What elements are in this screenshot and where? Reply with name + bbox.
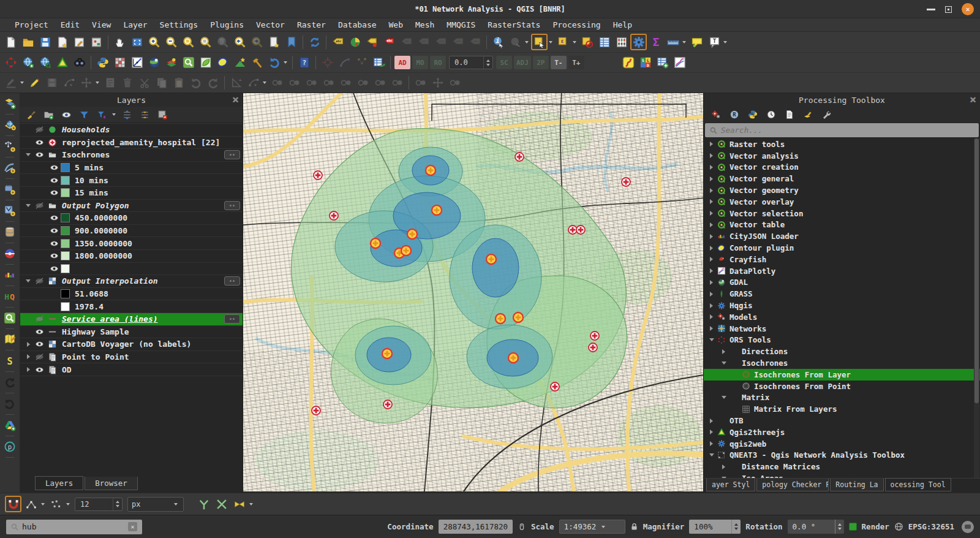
zoom-full-button[interactable] — [129, 34, 145, 50]
algorithm-row-qgis2threejs[interactable]: Qgis2threejs — [704, 426, 980, 438]
add-postgis-layer-button[interactable] — [2, 246, 18, 262]
visibility-eye-icon[interactable] — [32, 365, 46, 374]
field-calculator-button[interactable] — [613, 34, 630, 50]
locator-clear-button[interactable]: ✕ — [128, 522, 137, 531]
layer-row-isochrones[interactable]: Isochrones — [20, 149, 243, 162]
rotation-spinbox[interactable]: 0.0 ° — [788, 520, 844, 534]
dropdown-arrow-icon[interactable] — [525, 41, 529, 44]
deselect-all-button[interactable] — [579, 34, 595, 50]
algorithm-row-otb[interactable]: OTB — [704, 415, 980, 426]
filter-by-expression-button[interactable]: ε — [94, 108, 110, 122]
quickmap-services-button[interactable] — [2, 332, 18, 347]
expand-arrow-icon[interactable] — [707, 234, 715, 239]
algorithm-row-vector-table[interactable]: Vector table — [704, 219, 980, 231]
dock-tab-pology-checker-pa[interactable]: pology Checker Pa — [756, 479, 829, 491]
dock-tab-ocessing-tool[interactable]: ocessing Tool — [885, 478, 951, 491]
models-menu-button[interactable] — [707, 108, 724, 121]
dock-tab-routing-la[interactable]: Routing La — [830, 479, 883, 491]
algorithm-row-isochrones[interactable]: Isochrones — [704, 357, 980, 369]
menu-rasterstats[interactable]: RasterStats — [481, 20, 546, 29]
osm-tools-button[interactable] — [146, 55, 162, 71]
show-bookmarks-button[interactable] — [283, 34, 300, 50]
profile-tool-button[interactable] — [129, 55, 145, 71]
layout-manager-button[interactable] — [71, 34, 88, 50]
collapse-arrow-icon[interactable] — [24, 204, 32, 207]
algorithm-row-vector-analysis[interactable]: Vector analysis — [704, 150, 980, 162]
expand-arrow-icon[interactable] — [24, 367, 32, 372]
dropdown-arrow-icon[interactable] — [549, 41, 552, 44]
menu-mesh[interactable]: Mesh — [409, 20, 440, 29]
expand-arrow-icon[interactable] — [24, 342, 32, 347]
identify-features-button[interactable]: i — [490, 34, 507, 50]
visibility-eye-icon[interactable] — [47, 188, 61, 197]
menu-vector[interactable]: Vector — [250, 20, 291, 29]
layer-row-output-polygon[interactable]: Output Polygon — [20, 200, 243, 213]
layer-indicator-badge[interactable] — [224, 150, 240, 159]
layer-row-output-interpolation[interactable]: Output Interpolation — [20, 275, 243, 288]
expand-arrow-icon[interactable] — [707, 280, 715, 285]
collapse-arrow-icon[interactable] — [707, 453, 715, 457]
visibility-eye-icon[interactable] — [32, 327, 46, 336]
cad-angle-spinbox[interactable]: 0.0 — [449, 56, 493, 69]
add-mesh-layer-button[interactable] — [2, 160, 18, 176]
collapse-all-button[interactable] — [137, 108, 153, 122]
new-print-layout-button[interactable] — [54, 34, 70, 50]
expand-arrow-icon[interactable] — [24, 354, 32, 359]
zoom-out-button[interactable] — [163, 34, 179, 50]
terrain-plugin-button[interactable] — [232, 55, 248, 71]
algorithm-row-crayfish[interactable]: Crayfish — [704, 254, 980, 265]
scrollbar[interactable] — [974, 138, 979, 478]
measure-line-button[interactable] — [665, 34, 681, 50]
topological-editing-button[interactable] — [195, 496, 212, 512]
dropdown-arrow-icon[interactable] — [573, 41, 576, 44]
search-plugin-button[interactable] — [71, 55, 88, 71]
expand-arrow-icon[interactable] — [720, 349, 728, 354]
layer-row-point-to-point[interactable]: Point to Point — [20, 351, 243, 364]
build-tools-button[interactable] — [249, 55, 265, 71]
snapping-units-dropdown[interactable]: px — [127, 497, 184, 512]
pan-map-button[interactable] — [111, 34, 128, 50]
menu-plugins[interactable]: Plugins — [204, 20, 250, 29]
expand-arrow-icon[interactable] — [707, 165, 715, 170]
help-contents-button[interactable]: ? — [296, 55, 312, 71]
algorithm-row-isochrones-from-point[interactable]: Isochrones From Point — [704, 381, 980, 392]
visibility-eye-icon[interactable] — [32, 314, 46, 324]
add-delimited-text-button[interactable] — [2, 138, 18, 154]
cad-construction-minus-button[interactable]: T- — [551, 56, 567, 69]
open-attribute-table-button[interactable] — [596, 34, 612, 50]
dock-tab-browser[interactable]: Browser — [85, 477, 138, 490]
qgis2threejs-button[interactable] — [54, 55, 70, 71]
layer-row-10-mins[interactable]: 10 mins — [20, 174, 243, 187]
sld4raster-button[interactable]: SLD — [638, 55, 654, 71]
dropdown-arrow-icon[interactable] — [284, 61, 287, 64]
hqgis-button[interactable]: HQ — [2, 289, 18, 305]
filter-legend-button[interactable] — [76, 108, 92, 122]
dropdown-arrow-icon[interactable] — [96, 81, 99, 84]
append-features-button[interactable] — [655, 55, 671, 71]
add-db-layer-button[interactable] — [2, 224, 18, 240]
algorithm-row-raster-tools[interactable]: Raster tools — [704, 138, 980, 150]
cad-enable-button[interactable]: AD — [394, 56, 410, 69]
gdrive-provider-button[interactable] — [2, 417, 18, 433]
options-button[interactable] — [818, 108, 834, 121]
expand-arrow-icon[interactable] — [707, 246, 715, 251]
algorithm-row-directions[interactable]: Directions — [704, 346, 980, 357]
collapse-arrow-icon[interactable] — [720, 396, 728, 399]
ors-tools-button[interactable] — [620, 55, 637, 71]
manage-themes-button[interactable] — [58, 108, 75, 122]
processing-search-input[interactable]: Search... — [705, 123, 979, 137]
new-project-button[interactable] — [2, 34, 19, 50]
visibility-eye-icon[interactable] — [32, 150, 46, 159]
show-labels-button[interactable]: abc — [330, 34, 346, 50]
algorithm-row-matrix[interactable]: Matrix — [704, 392, 980, 404]
layer-diagram-button[interactable] — [347, 34, 363, 50]
layer-row-5-mins[interactable]: 5 mins — [20, 162, 243, 175]
collapse-arrow-icon[interactable] — [24, 279, 32, 282]
visibility-eye-icon[interactable] — [32, 276, 46, 286]
menu-processing[interactable]: Processing — [546, 20, 606, 29]
reload-layers-button[interactable] — [2, 374, 18, 390]
expand-arrow-icon[interactable] — [707, 199, 715, 204]
expand-arrow-icon[interactable] — [707, 222, 715, 227]
cityjson-loader-button[interactable] — [2, 267, 18, 283]
toggle-editing-button[interactable] — [26, 75, 43, 91]
